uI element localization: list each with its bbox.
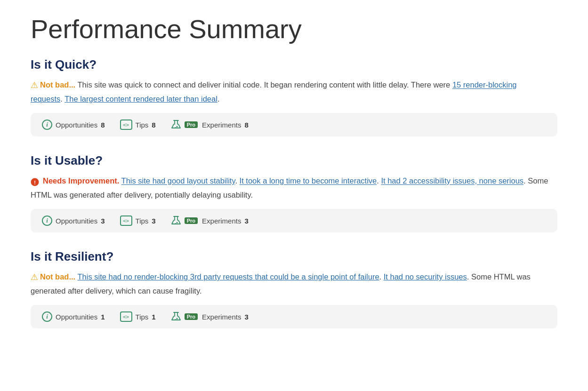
svg-text:!: ! xyxy=(34,179,36,185)
section-quick-body: ⚠Not bad... This site was quick to conne… xyxy=(31,79,548,105)
metric-label: Opportunities xyxy=(56,313,97,321)
metric-label: Tips xyxy=(136,217,149,225)
metric-label: Experiments xyxy=(202,121,241,129)
body-link[interactable]: This site had no render-blocking 3rd par… xyxy=(77,272,379,281)
metric-tips[interactable]: <>Tips1 xyxy=(120,311,156,322)
metric-count: 3 xyxy=(101,217,105,225)
opportunities-icon: i xyxy=(42,215,52,226)
metric-count: 1 xyxy=(152,313,155,321)
body-link[interactable]: It took a long time to become interactiv… xyxy=(240,177,377,185)
metric-label: Tips xyxy=(136,121,149,129)
metric-count: 3 xyxy=(244,313,248,321)
flask-icon xyxy=(171,311,181,322)
warning-icon: ⚠ xyxy=(31,80,38,90)
status-label: Needs Improvement. xyxy=(43,177,119,185)
section-resilient-metrics-bar: iOpportunities1<>Tips1 ProExperiments3 xyxy=(31,305,557,328)
body-link[interactable]: This site had good layout stability xyxy=(121,177,235,185)
svg-point-12 xyxy=(176,318,177,319)
metric-label: Experiments xyxy=(202,217,241,225)
body-link[interactable]: The largest content rendered later than … xyxy=(64,95,217,103)
metric-label: Opportunities xyxy=(56,121,97,129)
flask-icon xyxy=(171,120,181,130)
section-usable-heading: Is it Usable? xyxy=(31,153,557,168)
pro-badge: Pro xyxy=(185,217,198,224)
body-link[interactable]: It had 2 accessibility issues, none seri… xyxy=(381,177,524,185)
tips-icon: <> xyxy=(120,120,132,130)
opportunities-icon: i xyxy=(42,120,52,130)
svg-point-13 xyxy=(175,319,176,320)
metric-tips[interactable]: <>Tips3 xyxy=(120,215,156,226)
section-usable-body: !Needs Improvement. This site had good l… xyxy=(31,175,548,201)
pro-badge: Pro xyxy=(185,121,198,128)
flask-icon xyxy=(171,215,181,226)
metric-count: 1 xyxy=(101,313,105,321)
metric-tips[interactable]: <>Tips8 xyxy=(120,120,156,130)
section-quick-heading: Is it Quick? xyxy=(31,57,557,72)
status-label: Not bad... xyxy=(40,81,75,89)
section-resilient-body: ⚠Not bad... This site had no render-bloc… xyxy=(31,271,548,297)
metric-opportunities[interactable]: iOpportunities8 xyxy=(42,120,105,130)
metric-label: Opportunities xyxy=(56,217,97,225)
metric-count: 3 xyxy=(152,217,155,225)
section-usable-metrics-bar: iOpportunities3<>Tips3 ProExperiments3 xyxy=(31,209,557,232)
svg-point-2 xyxy=(176,126,177,128)
section-quick: Is it Quick?⚠Not bad... This site was qu… xyxy=(31,57,557,136)
metric-opportunities[interactable]: iOpportunities3 xyxy=(42,215,105,226)
metric-label: Tips xyxy=(136,313,149,321)
section-quick-metrics-bar: iOpportunities8<>Tips8 ProExperiments8 xyxy=(31,113,557,136)
svg-point-9 xyxy=(175,223,176,224)
page-title: Performance Summary xyxy=(31,14,557,44)
metric-count: 8 xyxy=(244,121,248,129)
metric-experiments[interactable]: ProExperiments3 xyxy=(171,311,249,322)
status-label: Not bad... xyxy=(40,272,75,281)
metric-count: 8 xyxy=(152,121,155,129)
body-link[interactable]: It had no security issues xyxy=(384,272,467,281)
error-icon: ! xyxy=(31,176,41,186)
warning-icon: ⚠ xyxy=(31,272,38,282)
section-resilient-heading: Is it Resilient? xyxy=(31,249,557,264)
metric-label: Experiments xyxy=(202,313,241,321)
metric-count: 8 xyxy=(101,121,105,129)
metric-opportunities[interactable]: iOpportunities1 xyxy=(42,311,105,322)
metric-experiments[interactable]: ProExperiments8 xyxy=(171,120,249,130)
svg-point-8 xyxy=(176,222,177,223)
metric-count: 3 xyxy=(244,217,248,225)
opportunities-icon: i xyxy=(42,311,52,322)
svg-point-3 xyxy=(175,127,176,128)
pro-badge: Pro xyxy=(185,313,198,320)
section-usable: Is it Usable?!Needs Improvement. This si… xyxy=(31,153,557,232)
tips-icon: <> xyxy=(120,311,132,322)
tips-icon: <> xyxy=(120,215,132,226)
section-resilient: Is it Resilient?⚠Not bad... This site ha… xyxy=(31,249,557,328)
metric-experiments[interactable]: ProExperiments3 xyxy=(171,215,249,226)
